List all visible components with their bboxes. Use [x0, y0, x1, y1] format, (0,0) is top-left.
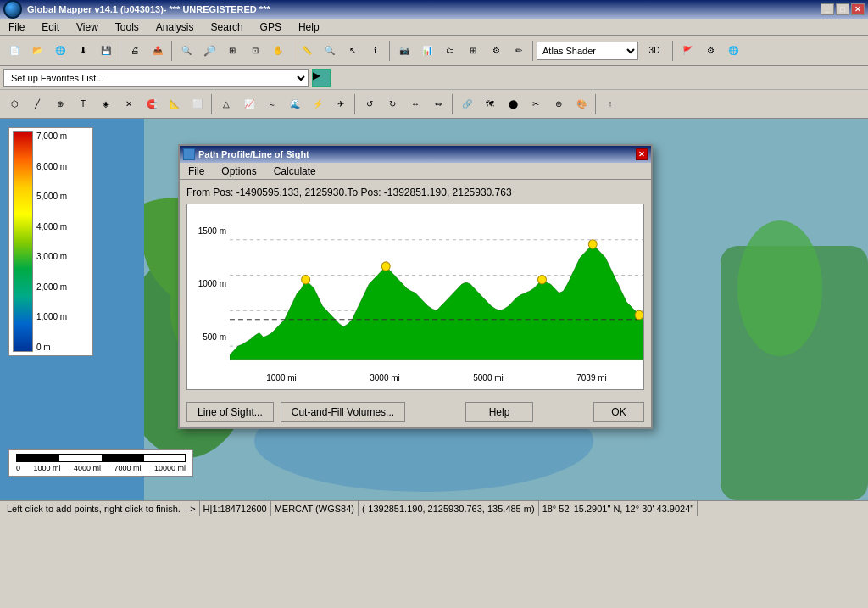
close-button[interactable]: ✕ [851, 3, 865, 15]
draw-line-button[interactable]: ╱ [26, 93, 48, 115]
globe-nav-button[interactable]: 🌐 [49, 40, 71, 62]
svg-point-18 [588, 240, 597, 248]
buffer-button[interactable]: ⬤ [502, 93, 524, 115]
menu-edit[interactable]: Edit [36, 20, 64, 35]
analysis-btn2[interactable]: ⚡ [307, 93, 329, 115]
flight-button[interactable]: ✈ [330, 93, 352, 115]
zoom-out-button[interactable]: 🔎 [198, 40, 220, 62]
draw-point-button[interactable]: ⊕ [49, 93, 71, 115]
zoom-in-button[interactable]: 🔍 [175, 40, 198, 62]
svg-point-9 [737, 220, 822, 356]
scale-label-7000: 7000 mi [114, 464, 141, 472]
help-button[interactable]: Help [465, 402, 533, 422]
x-label-1000: 1000 mi [266, 373, 297, 382]
svg-point-15 [302, 276, 310, 284]
minimize-button[interactable]: _ [821, 3, 834, 15]
shader-select[interactable]: Atlas Shader [537, 42, 638, 60]
maximize-button[interactable]: □ [836, 3, 849, 15]
delete-button[interactable]: ✕ [118, 93, 140, 115]
style-button[interactable]: 🎨 [570, 93, 593, 115]
line-of-sight-button[interactable]: Line of Sight... [186, 402, 274, 422]
edit-vertex-button[interactable]: ◈ [95, 93, 117, 115]
draw-button[interactable]: ✏ [508, 40, 530, 62]
main-toolbar: 📄 📂 🌐 ⬇ 💾 🖨 📤 🔍 🔎 ⊞ ⊡ ✋ 📏 🔍 ↖ ℹ 📷 📊 🗂 ⊞ … [0, 36, 868, 66]
favorites-go-button[interactable]: ▶ [312, 69, 331, 87]
search-btn[interactable]: 🔍 [319, 40, 341, 62]
dialog-menu-calculate[interactable]: Calculate [269, 164, 321, 179]
x-label-7039: 7039 mi [576, 373, 607, 382]
flip-button[interactable]: ↔ [404, 93, 426, 115]
open-button[interactable]: 📂 [26, 40, 48, 62]
rotate-left-button[interactable]: ↺ [359, 93, 381, 115]
menu-bar: File Edit View Tools Analysis Search GPS… [0, 19, 868, 36]
layer-button[interactable]: 🗂 [439, 40, 461, 62]
mirror-button[interactable]: ⇔ [427, 93, 449, 115]
info-button[interactable]: ℹ [364, 40, 387, 62]
legend-label-6000: 6,000 m [36, 162, 67, 171]
sep6 [672, 41, 674, 61]
legend-label-7000: 7,000 m [36, 131, 67, 141]
menu-help[interactable]: Help [293, 20, 325, 35]
flag-button[interactable]: 🚩 [676, 40, 698, 62]
save-button[interactable]: 💾 [95, 40, 117, 62]
sep4 [389, 41, 391, 61]
sep9 [452, 94, 453, 114]
scale-label-1000: 1000 mi [33, 464, 60, 472]
export-button[interactable]: 📤 [147, 40, 169, 62]
area-measure-button[interactable]: ⬜ [186, 93, 209, 115]
menu-gps[interactable]: GPS [255, 20, 287, 35]
combine-button[interactable]: ⊕ [548, 93, 570, 115]
cut-fill-button[interactable]: Cut-and-Fill Volumes... [281, 402, 405, 422]
zoom-extent-button[interactable]: ⊞ [221, 40, 243, 62]
select-button[interactable]: ↖ [342, 40, 364, 62]
dialog-menu-options[interactable]: Options [216, 164, 261, 179]
path-profile-dialog[interactable]: Path Profile/Line of Sight ✕ File Option… [178, 144, 653, 429]
web-button[interactable]: 🌐 [722, 40, 744, 62]
3d-button[interactable]: 3D [639, 40, 670, 62]
menu-search[interactable]: Search [206, 20, 248, 35]
drawing-toolbar: ⬡ ╱ ⊕ T ◈ ✕ 🧲 📐 ⬜ △ 📈 ≈ 🌊 ⚡ ✈ ↺ ↻ ↔ ⇔ 🔗 … [0, 90, 868, 119]
draw-text-button[interactable]: T [72, 93, 94, 115]
chart-svg [230, 204, 643, 364]
up-arrow-button[interactable]: ↑ [599, 93, 621, 115]
rotate-right-button[interactable]: ↻ [381, 93, 403, 115]
zoom-selection-button[interactable]: ⊡ [244, 40, 266, 62]
ok-button[interactable]: OK [593, 402, 644, 422]
new-button[interactable]: 📄 [3, 40, 25, 62]
menu-tools[interactable]: Tools [110, 20, 144, 35]
sep5 [532, 41, 534, 61]
measure-button[interactable]: 📏 [296, 40, 318, 62]
dialog-close-button[interactable]: ✕ [636, 148, 648, 160]
sep8 [354, 94, 356, 114]
config-button[interactable]: ⚙ [699, 40, 721, 62]
sep10 [595, 94, 597, 114]
menu-file[interactable]: File [3, 20, 30, 35]
network-button[interactable]: 🔗 [456, 93, 478, 115]
pan-button[interactable]: ✋ [267, 40, 289, 62]
dialog-menu-file[interactable]: File [183, 164, 209, 179]
clip-button[interactable]: ✂ [525, 93, 547, 115]
grid-button[interactable]: ⊞ [462, 40, 484, 62]
contour-button[interactable]: ≈ [261, 93, 283, 115]
measure-path-button[interactable]: 📐 [164, 93, 186, 115]
favorites-dropdown[interactable]: Set up Favorites List... [3, 69, 309, 87]
menu-analysis[interactable]: Analysis [151, 20, 199, 35]
lidar-button[interactable]: △ [215, 93, 237, 115]
print-button[interactable]: 🖨 [124, 40, 146, 62]
dialog-content-area: From Pos: -1490595.133, 2125930.To Pos: … [180, 180, 651, 397]
watershed-button[interactable]: 🌊 [284, 93, 306, 115]
settings-button[interactable]: ⚙ [485, 40, 507, 62]
snap-button[interactable]: 🧲 [141, 93, 163, 115]
x-label-5000: 5000 mi [473, 373, 504, 382]
chart-button[interactable]: 📊 [416, 40, 438, 62]
map-area[interactable]: 7,000 m 6,000 m 5,000 m 4,000 m 3,000 m … [0, 119, 868, 500]
download-button[interactable]: ⬇ [72, 40, 94, 62]
menu-view[interactable]: View [71, 20, 103, 35]
sep2 [171, 41, 173, 61]
legend-label-1000: 1,000 m [36, 312, 67, 321]
route-button[interactable]: 🗺 [479, 93, 501, 115]
main-content: 7,000 m 6,000 m 5,000 m 4,000 m 3,000 m … [0, 119, 868, 500]
profile-button[interactable]: 📈 [238, 93, 260, 115]
draw-area-button[interactable]: ⬡ [3, 93, 25, 115]
capture-button[interactable]: 📷 [393, 40, 415, 62]
